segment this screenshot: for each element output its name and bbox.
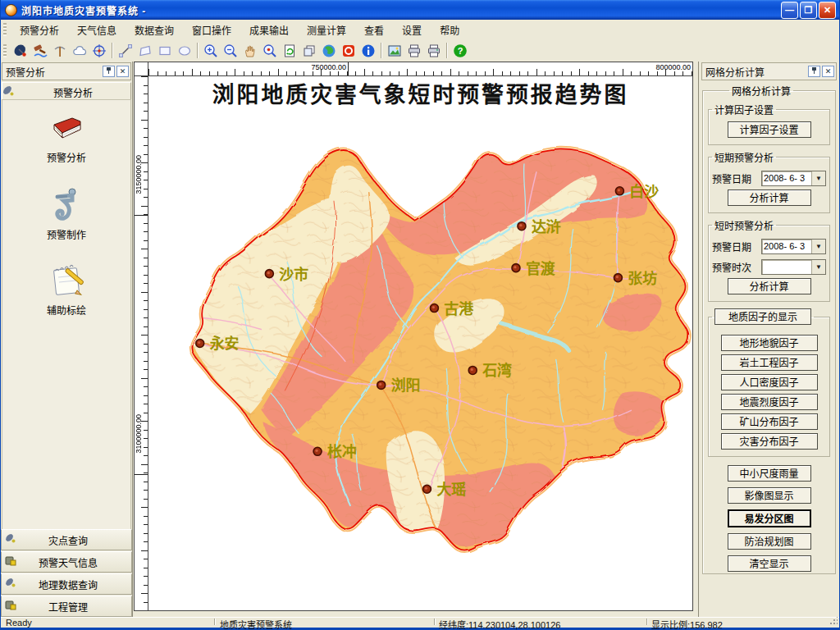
geotech-factor-button[interactable]: 岩土工程因子 (721, 354, 818, 371)
left-panel-header-label: 预警分析 (16, 85, 130, 99)
population-factor-button[interactable]: 人口密度因子 (721, 374, 818, 390)
warning-date-value: 2008- 6- 3 (762, 171, 811, 185)
radar-icon[interactable] (11, 41, 30, 60)
geo-factor-display-button[interactable]: 地质因子的显示 (714, 308, 811, 325)
menu-help[interactable]: 帮助 (431, 21, 468, 39)
maximize-button[interactable]: ❐ (800, 2, 817, 19)
menu-data-query[interactable]: 数据查询 (126, 21, 183, 39)
group-bar-geo-data-query[interactable]: 地理数据查询 (1, 573, 132, 595)
left-panel-titlebar: 预警分析 ✕ (2, 62, 131, 80)
map-canvas[interactable]: 浏阳地质灾害气象短时预警预报趋势图 (148, 76, 693, 611)
calc-factor-setting-button[interactable]: 计算因子设置 (728, 121, 811, 138)
pin-icon[interactable] (808, 66, 820, 77)
map-svg: 浏阳地质灾害气象短时预警预报趋势图 (148, 76, 692, 610)
city-label: 官渡 (526, 260, 556, 277)
gavel-icon[interactable] (30, 41, 50, 60)
tool-item-aux-plot[interactable]: 辅助标绘 (47, 262, 86, 317)
zoom-out-icon[interactable] (221, 41, 240, 60)
menu-grip[interactable] (3, 23, 7, 36)
right-panel: 网格分析计算 ✕ 网格分析计算 计算因子设置 计算因子设置 短期预警分析 预警日… (698, 62, 839, 617)
printer-icon[interactable] (424, 41, 444, 60)
chevron-down-icon[interactable]: ▼ (811, 171, 825, 185)
menu-settings[interactable]: 设置 (393, 21, 431, 39)
mine-factor-button[interactable]: 矿山分布因子 (721, 413, 818, 430)
prevention-plan-button[interactable]: 防治规划图 (728, 533, 811, 550)
imagery-button[interactable]: 影像图显示 (728, 487, 811, 504)
line-tool-icon[interactable] (116, 41, 135, 60)
short-time-calc-button[interactable]: 分析计算 (728, 278, 811, 294)
ruler-y-label: 3150000.00 (135, 155, 143, 194)
group-bar-project-mgmt[interactable]: 工程管理 (1, 596, 132, 617)
stop-icon[interactable] (339, 41, 358, 60)
help-icon[interactable]: ? (450, 41, 470, 60)
clear-display-button[interactable]: 清空显示 (728, 555, 811, 572)
disaster-factor-button[interactable]: 灾害分布因子 (721, 433, 818, 450)
city-label: 浏阳 (391, 377, 421, 394)
polygon-tool-icon[interactable] (135, 41, 155, 60)
short-term-group: 短期预警分析 预警日期 2008- 6- 3 ▼ 分析计算 (708, 150, 830, 213)
cloud-icon[interactable] (70, 41, 89, 60)
status-scale: 显示比例:156.982 (651, 618, 723, 630)
group-bar-label: 灾点查询 (16, 533, 131, 547)
chevron-down-icon[interactable]: ▼ (811, 260, 825, 274)
short-term-calc-button[interactable]: 分析计算 (728, 189, 811, 206)
stamp-icon (48, 185, 85, 224)
zoom-select-icon[interactable] (260, 41, 280, 60)
seismic-factor-button[interactable]: 地震烈度因子 (721, 394, 818, 410)
menu-measure[interactable]: 测量计算 (298, 21, 355, 39)
short-time-date-select[interactable]: 2008- 6- 3 ▼ (761, 239, 826, 254)
pan-icon[interactable] (240, 41, 260, 60)
resize-grip[interactable] (829, 617, 838, 625)
menu-window-ops[interactable]: 窗口操作 (183, 21, 240, 39)
close-button[interactable]: ✕ (819, 2, 836, 19)
warning-date-label: 预警日期 (712, 171, 758, 185)
geo-factor-display-group: 地质因子的显示 地形地貌因子 岩土工程因子 人口密度因子 地震烈度因子 矿山分布… (708, 308, 830, 457)
ruler-x-label: 750000.00 (311, 63, 348, 71)
close-panel-icon[interactable]: ✕ (116, 66, 129, 77)
dish-icon (2, 85, 16, 99)
group-bar-disaster-query[interactable]: 灾点查询 (1, 529, 132, 550)
image-icon[interactable] (385, 41, 404, 60)
group-bar-weather-info[interactable]: 预警天气信息 (1, 551, 132, 573)
group-bar-label: 预警天气信息 (16, 555, 131, 569)
chevron-down-icon[interactable]: ▼ (811, 240, 825, 253)
menu-view[interactable]: 查看 (355, 21, 393, 39)
left-panel: 预警分析 ✕ 预警分析 预警分析 预警制作 辅助标绘 (1, 62, 133, 617)
device-icon (5, 555, 16, 568)
dish-icon (5, 578, 16, 591)
print-preview-icon[interactable] (404, 41, 424, 60)
short-time-group: 短时预警分析 预警日期 2008- 6- 3 ▼ 预警时次 ▼ 分析计算 (708, 218, 830, 302)
menu-output[interactable]: 成果输出 (240, 21, 298, 39)
warning-period-select[interactable]: ▼ (761, 259, 826, 275)
refresh-page-icon[interactable] (280, 41, 299, 60)
menu-weather-info[interactable]: 天气信息 (68, 21, 126, 39)
zoom-in-icon[interactable] (201, 41, 221, 60)
toolbar-grip[interactable] (3, 44, 7, 57)
menu-warning-analysis[interactable]: 预警分析 (11, 21, 68, 39)
calc-factor-group-title: 计算因子设置 (712, 103, 776, 116)
book-icon (48, 112, 85, 147)
tool-item-warning-analysis[interactable]: 预警分析 (47, 112, 86, 164)
pin-icon[interactable] (103, 66, 115, 77)
info-icon[interactable] (358, 41, 378, 60)
target-icon[interactable] (89, 41, 109, 60)
rectangle-tool-icon[interactable] (155, 41, 175, 60)
city-label: 白沙 (629, 183, 659, 200)
minimize-button[interactable]: — (781, 2, 798, 19)
copy-view-icon[interactable] (299, 41, 319, 60)
close-panel-icon[interactable]: ✕ (822, 66, 834, 77)
ellipse-tool-icon[interactable] (175, 41, 194, 60)
city-label: 张坊 (628, 270, 657, 287)
group-bar-label: 地理数据查询 (16, 578, 131, 591)
pickaxe-icon[interactable] (50, 41, 70, 60)
rainfall-button[interactable]: 中小尺度雨量 (728, 465, 811, 482)
globe-icon[interactable] (319, 41, 339, 60)
dish-icon (5, 533, 16, 546)
tool-area: 预警分析 预警制作 辅助标绘 (2, 99, 131, 533)
warning-period-value (762, 260, 811, 274)
susceptibility-map-button[interactable]: 易发分区图 (728, 509, 811, 527)
window-title: 浏阳市地质灾害预警系统 - (21, 3, 781, 17)
warning-date-select[interactable]: 2008- 6- 3 ▼ (761, 171, 826, 186)
terrain-factor-button[interactable]: 地形地貌因子 (721, 335, 818, 351)
tool-item-warning-production[interactable]: 预警制作 (47, 185, 86, 241)
